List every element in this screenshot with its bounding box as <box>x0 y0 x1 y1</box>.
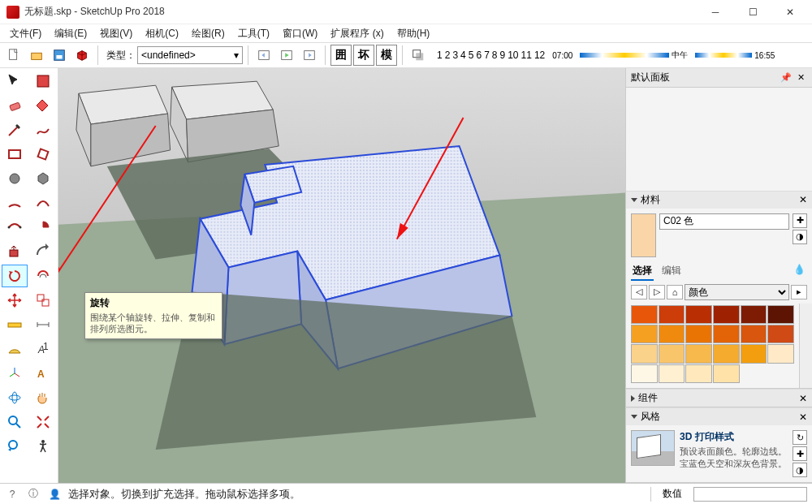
panel-close-icon[interactable]: ✕ <box>799 411 807 423</box>
circle-tool-icon[interactable] <box>2 167 28 190</box>
geo-icon[interactable]: 👤 <box>47 487 62 502</box>
cube-icon[interactable] <box>71 45 93 66</box>
menu-edit[interactable]: 编辑(E) <box>48 25 93 42</box>
materials-header[interactable]: 材料✕ <box>626 191 812 209</box>
material-swatch[interactable] <box>685 325 712 343</box>
save-icon[interactable] <box>49 45 70 66</box>
dimension-tool-icon[interactable] <box>30 313 56 336</box>
text-tool-icon[interactable]: A1 <box>30 338 56 360</box>
prev-view-icon[interactable] <box>2 435 28 458</box>
3pt-arc-tool-icon[interactable] <box>2 216 28 239</box>
style-menu-icon[interactable]: ◑ <box>793 463 807 477</box>
offset-tool-icon[interactable] <box>30 265 56 287</box>
viewport-3d[interactable]: 旋转 围绕某个轴旋转、拉伸、复制和排列所选图元。 <box>58 68 625 483</box>
2pt-arc-tool-icon[interactable] <box>30 192 56 214</box>
material-swatch[interactable] <box>631 344 658 363</box>
rotate-tool-icon[interactable] <box>2 265 28 287</box>
char-btn-1[interactable]: 囲 <box>330 45 352 66</box>
make-component-icon[interactable] <box>30 70 56 93</box>
tab-edit[interactable]: 编辑 <box>660 262 683 281</box>
tray-close-icon[interactable]: ✕ <box>794 71 807 84</box>
freehand-tool-icon[interactable] <box>30 118 56 141</box>
material-swatch[interactable] <box>685 344 712 363</box>
current-material-swatch[interactable] <box>631 213 656 257</box>
orbit-tool-icon[interactable] <box>2 386 28 409</box>
styles-header[interactable]: 风格✕ <box>626 407 812 425</box>
material-swatch[interactable] <box>713 364 740 383</box>
material-swatch[interactable] <box>741 344 767 363</box>
material-swatch[interactable] <box>713 344 740 363</box>
rotated-rect-icon[interactable] <box>30 143 56 166</box>
material-swatch[interactable] <box>685 305 712 324</box>
home-icon[interactable]: ⌂ <box>667 285 683 299</box>
pie-tool-icon[interactable] <box>30 216 56 239</box>
menu-help[interactable]: 帮助(H) <box>391 25 437 42</box>
axes-tool-icon[interactable] <box>2 362 28 385</box>
info-icon[interactable]: ⓘ <box>26 487 41 502</box>
type-dropdown[interactable]: <undefined>▾ <box>137 46 243 64</box>
style-thumbnail[interactable] <box>631 430 675 466</box>
create-material-icon[interactable]: ✚ <box>793 213 807 228</box>
back-icon[interactable]: ◁ <box>631 285 647 299</box>
scene-prev-icon[interactable] <box>253 45 274 66</box>
help-icon[interactable]: ? <box>5 487 19 502</box>
material-swatch[interactable] <box>659 364 685 383</box>
pan-tool-icon[interactable] <box>30 386 56 409</box>
tray-header[interactable]: 默认面板 📌 ✕ <box>626 68 812 88</box>
maximize-button[interactable]: ☐ <box>734 0 771 24</box>
scale-tool-icon[interactable] <box>30 289 56 312</box>
select-tool-icon[interactable] <box>2 70 28 93</box>
material-swatch[interactable] <box>713 305 740 324</box>
material-swatch[interactable] <box>767 305 794 324</box>
tab-select[interactable]: 选择 <box>631 262 654 281</box>
pushpull-tool-icon[interactable] <box>2 240 28 263</box>
value-input[interactable] <box>693 487 807 502</box>
material-swatch[interactable] <box>631 325 658 343</box>
scene-play-icon[interactable] <box>276 45 297 66</box>
material-category-dropdown[interactable]: 颜色 <box>685 284 789 300</box>
style-new-icon[interactable]: ✚ <box>793 446 807 461</box>
material-swatch[interactable] <box>659 325 685 343</box>
menu-window[interactable]: 窗口(W) <box>276 25 324 42</box>
polygon-tool-icon[interactable] <box>30 167 56 190</box>
rectangle-tool-icon[interactable] <box>2 143 28 166</box>
material-swatch[interactable] <box>713 325 740 343</box>
new-file-icon[interactable] <box>3 45 24 66</box>
shadow-icon[interactable] <box>408 45 429 66</box>
open-file-icon[interactable] <box>26 45 47 66</box>
pin-icon[interactable]: 📌 <box>780 71 793 84</box>
char-btn-2[interactable]: 坏 <box>353 45 374 66</box>
3dtext-tool-icon[interactable]: A <box>30 362 56 385</box>
library-menu-icon[interactable]: ▸ <box>791 285 807 299</box>
menu-tools[interactable]: 工具(T) <box>231 25 276 42</box>
swatch-scrollbar[interactable] <box>799 304 812 388</box>
panel-close-icon[interactable]: ✕ <box>799 194 807 205</box>
material-swatch[interactable] <box>767 325 794 343</box>
walk-tool-icon[interactable] <box>30 435 56 458</box>
default-material-icon[interactable]: ◑ <box>793 230 807 244</box>
arc-tool-icon[interactable] <box>2 192 28 214</box>
protractor-tool-icon[interactable] <box>2 338 28 360</box>
time-scale[interactable]: 123456789101112 07:00 中午 16:55 <box>437 50 775 61</box>
style-update-icon[interactable]: ↻ <box>793 430 807 445</box>
material-name-input[interactable] <box>659 213 789 230</box>
zoom-extents-icon[interactable] <box>30 411 56 433</box>
paint-bucket-icon[interactable] <box>30 94 56 117</box>
line-tool-icon[interactable] <box>2 118 28 141</box>
eyedropper-icon[interactable]: 💧 <box>792 262 807 281</box>
menu-extensions[interactable]: 扩展程序 (x) <box>324 25 390 42</box>
eraser-tool-icon[interactable] <box>2 94 28 117</box>
scene-next-icon[interactable] <box>299 45 320 66</box>
minimize-button[interactable]: ─ <box>697 0 734 24</box>
material-swatch[interactable] <box>685 364 712 383</box>
material-swatch[interactable] <box>631 364 658 383</box>
material-swatch[interactable] <box>741 325 767 343</box>
components-header[interactable]: 组件✕ <box>626 389 812 407</box>
menu-view[interactable]: 视图(V) <box>93 25 139 42</box>
material-swatch[interactable] <box>631 305 658 324</box>
panel-close-icon[interactable]: ✕ <box>799 393 807 404</box>
menu-file[interactable]: 文件(F) <box>3 25 48 42</box>
move-tool-icon[interactable] <box>2 289 28 312</box>
char-btn-3[interactable]: 模 <box>376 45 397 66</box>
close-button[interactable]: ✕ <box>771 0 809 24</box>
